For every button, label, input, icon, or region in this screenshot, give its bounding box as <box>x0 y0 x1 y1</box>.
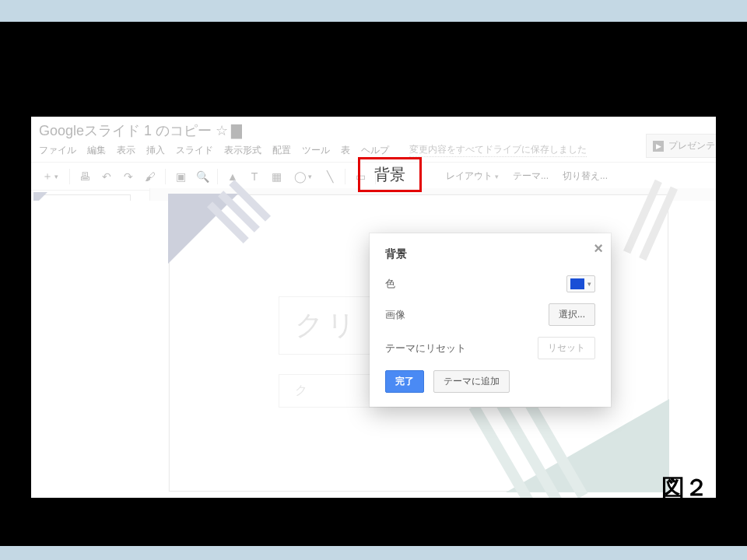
dialog-title: 背景 <box>385 247 595 261</box>
select-image-button[interactable]: 選択... <box>549 303 595 326</box>
undo-icon[interactable]: ↶ <box>98 168 115 185</box>
canvas-area[interactable]: クリ ク <box>150 188 716 201</box>
background-dialog: × 背景 色 ▾ 画像 選択... テーマにリセット リセット 完了 テーマに追… <box>370 233 611 407</box>
shape-icon[interactable]: ◯▾ <box>289 168 317 185</box>
image-label: 画像 <box>385 308 405 322</box>
play-icon: ▶ <box>653 141 664 152</box>
dialog-actions: 完了 テーマに追加 <box>385 370 595 393</box>
toolbar-background-highlight: 背景 <box>358 157 422 192</box>
toolbar-separator <box>165 169 166 184</box>
dialog-row-image: 画像 選択... <box>385 303 595 326</box>
paint-format-icon[interactable]: 🖌 <box>142 168 159 185</box>
menu-slide[interactable]: スライド <box>176 144 213 157</box>
done-button[interactable]: 完了 <box>385 370 424 393</box>
color-label: 色 <box>385 277 395 291</box>
menu-tools[interactable]: ツール <box>302 144 330 157</box>
toolbar-separator <box>217 169 218 184</box>
add-to-theme-button[interactable]: テーマに追加 <box>433 370 510 393</box>
titlebar: Googleスライド 1 のコピー ☆ ▇ <box>31 117 716 140</box>
close-icon[interactable]: × <box>594 240 603 257</box>
figure-label: 図２ <box>661 472 708 504</box>
menu-table[interactable]: 表 <box>341 144 350 157</box>
star-icon[interactable]: ☆ <box>216 123 228 138</box>
chevron-down-icon: ▾ <box>587 280 591 288</box>
reset-label: テーマにリセット <box>385 341 466 355</box>
drive-saved-status[interactable]: 変更内容をすべてドライブに保存しました <box>409 143 587 157</box>
color-swatch <box>570 278 584 289</box>
color-picker[interactable]: ▾ <box>566 275 595 292</box>
toolbar-background[interactable]: 背景 <box>358 157 422 192</box>
thumbnail-panel[interactable]: Googleスライドを使う 基本のテンプレート（スライドレイアウト） Googl… <box>31 188 150 201</box>
print-icon[interactable]: 🖶 <box>76 168 93 185</box>
folder-icon[interactable]: ▇ <box>231 123 242 138</box>
zoom-icon[interactable]: 🔍 <box>194 168 211 185</box>
present-button[interactable]: ▶ プレゼンテ <box>646 134 716 158</box>
menu-file[interactable]: ファイル <box>39 144 76 157</box>
textbox-icon[interactable]: T <box>246 168 263 185</box>
toolbar-separator <box>345 169 345 184</box>
dialog-row-color: 色 ▾ <box>385 275 595 292</box>
line-icon[interactable]: ╲ <box>321 168 338 185</box>
reset-button[interactable]: リセット <box>538 337 595 359</box>
toolbar-layout[interactable]: レイアウト▾ <box>441 166 503 186</box>
image-icon[interactable]: ▦ <box>268 168 285 185</box>
menu-view[interactable]: 表示 <box>117 144 135 157</box>
decorative-stripes <box>623 180 678 261</box>
menu-arrange[interactable]: 配置 <box>272 144 291 157</box>
document-title[interactable]: Googleスライド 1 のコピー <box>39 123 212 138</box>
new-slide-button[interactable]: ＋▾ <box>37 168 63 185</box>
toolbar-transition[interactable]: 切り替え... <box>558 166 612 186</box>
menu-insert[interactable]: 挿入 <box>146 144 165 157</box>
present-button-label: プレゼンテ <box>668 139 715 152</box>
slide-thumbnail[interactable]: Googleスライドを使う <box>36 194 131 201</box>
zoom-fit-icon[interactable]: ▣ <box>172 168 189 185</box>
dialog-row-reset: テーマにリセット リセット <box>385 337 595 359</box>
redo-icon[interactable]: ↷ <box>120 168 137 185</box>
menu-edit[interactable]: 編集 <box>87 144 106 157</box>
menu-help[interactable]: ヘルプ <box>361 144 389 157</box>
toolbar-separator <box>69 169 70 184</box>
toolbar-theme[interactable]: テーマ... <box>508 166 553 186</box>
menu-format[interactable]: 表示形式 <box>224 144 261 157</box>
